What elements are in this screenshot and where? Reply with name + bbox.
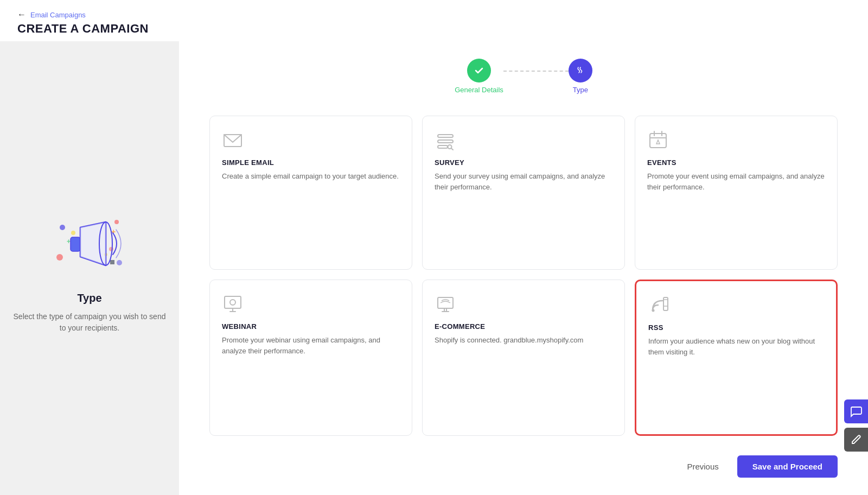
rss-icon: [648, 294, 670, 316]
svg-rect-18: [438, 140, 453, 143]
step-label-type: Type: [573, 86, 588, 94]
step-circle-general: [467, 59, 491, 82]
save-proceed-button[interactable]: Save and Proceed: [737, 455, 838, 478]
panel-title: Type: [77, 292, 101, 304]
svg-point-4: [117, 260, 122, 265]
step-type: Type: [569, 59, 592, 94]
card-webinar[interactable]: WEBINAR Promote your webinar using email…: [209, 280, 412, 436]
svg-rect-9: [110, 260, 114, 264]
step-label-general: General Details: [455, 86, 503, 94]
panel-description: Select the type of campaign you wish to …: [13, 311, 166, 334]
step-circle-type: [569, 59, 592, 82]
chat-button[interactable]: [844, 399, 868, 423]
card-desc-webinar: Promote your webinar using email campaig…: [222, 335, 400, 356]
events-icon: [647, 129, 669, 151]
card-title-rss: RSS: [648, 323, 824, 332]
main-layout: + +: [0, 41, 868, 495]
card-survey[interactable]: SURVEY Send your survey using email camp…: [422, 116, 625, 270]
svg-line-21: [451, 148, 454, 150]
page-wrapper: ← Email Campaigns CREATE A CAMPAIGN + +: [0, 0, 868, 495]
card-simple-email[interactable]: SIMPLE EMAIL Create a simple email campa…: [209, 116, 412, 270]
svg-rect-10: [71, 237, 80, 251]
svg-rect-31: [438, 297, 453, 308]
svg-marker-26: [656, 140, 660, 144]
top-header: ← Email Campaigns CREATE A CAMPAIGN: [0, 0, 868, 41]
bottom-actions: Previous Save and Proceed: [209, 451, 838, 478]
ecommerce-icon: [435, 293, 456, 315]
svg-point-1: [114, 220, 119, 224]
chat-widget: [844, 399, 868, 452]
card-desc-survey: Send your survey using email campaigns, …: [435, 171, 612, 192]
card-rss[interactable]: RSS Inform your audience whats new on yo…: [635, 280, 838, 436]
survey-icon: [435, 129, 456, 151]
card-desc-events: Promote your event using email campaigns…: [647, 171, 825, 192]
svg-point-14: [473, 65, 485, 77]
steps-container: General Details Type: [209, 59, 838, 94]
page-title: CREATE A CAMPAIGN: [17, 22, 851, 36]
svg-point-36: [652, 309, 655, 312]
webinar-icon: [222, 293, 244, 315]
svg-point-0: [60, 225, 65, 230]
breadcrumb-text: Email Campaigns: [30, 11, 86, 19]
step-connector: [503, 71, 569, 72]
card-title-webinar: WEBINAR: [222, 322, 400, 331]
previous-button[interactable]: Previous: [677, 456, 728, 477]
left-panel: + +: [0, 41, 179, 495]
svg-point-15: [575, 65, 586, 77]
edit-button[interactable]: [844, 428, 868, 452]
cards-grid: SIMPLE EMAIL Create a simple email campa…: [209, 116, 838, 436]
card-title-events: EVENTS: [647, 158, 825, 167]
illustration: + +: [46, 203, 133, 279]
svg-rect-27: [225, 296, 241, 308]
card-desc-rss: Inform your audience whats new on your b…: [648, 336, 824, 357]
step-general-details: General Details: [455, 59, 503, 94]
svg-point-28: [230, 300, 235, 305]
card-desc-ecommerce: Shopify is connected. grandblue.myshopif…: [435, 335, 612, 346]
svg-text:+: +: [67, 238, 71, 245]
back-arrow-icon[interactable]: ←: [17, 10, 26, 20]
card-title-ecommerce: E-COMMERCE: [435, 322, 612, 331]
card-ecommerce[interactable]: E-COMMERCE Shopify is connected. grandbl…: [422, 280, 625, 436]
svg-rect-19: [438, 145, 448, 148]
breadcrumb-link[interactable]: ← Email Campaigns: [17, 10, 851, 20]
svg-point-3: [56, 254, 63, 261]
email-icon: [222, 129, 244, 151]
card-events[interactable]: EVENTS Promote your event using email ca…: [635, 116, 838, 270]
card-title-survey: SURVEY: [435, 158, 612, 167]
right-panel: General Details Type: [179, 41, 868, 495]
svg-marker-12: [80, 222, 106, 265]
svg-rect-17: [438, 135, 453, 137]
card-title-simple-email: SIMPLE EMAIL: [222, 158, 400, 167]
svg-point-7: [71, 231, 75, 235]
card-desc-simple-email: Create a simple email campaign to your t…: [222, 171, 400, 182]
